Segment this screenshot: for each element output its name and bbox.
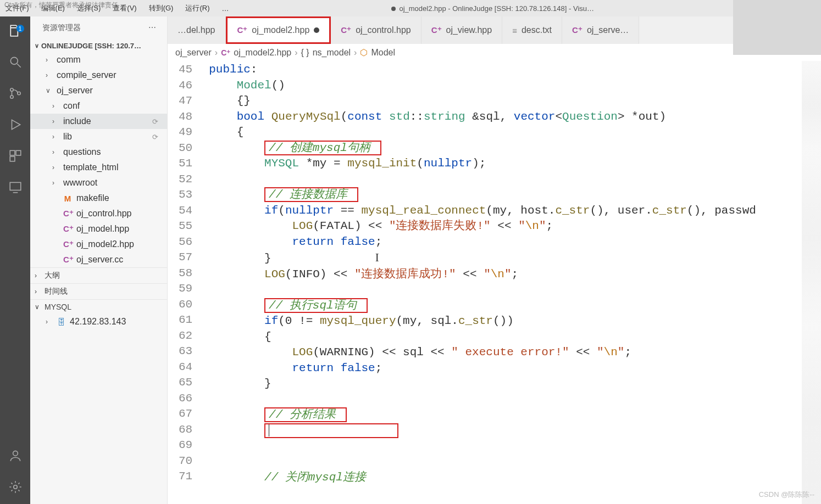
file-oj-model[interactable]: C⁺oj_model.hpp — [30, 221, 167, 237]
editor-area: …del.hpp C⁺oj_model2.hpp C⁺oj_control.hp… — [168, 16, 821, 504]
database-icon: 🗄 — [57, 317, 65, 327]
cpp-icon: C⁺ — [63, 209, 72, 219]
explorer-badge: 1 — [16, 25, 24, 32]
tab-del-hpp[interactable]: …del.hpp — [168, 16, 226, 44]
cpp-icon: C⁺ — [572, 25, 583, 35]
cpp-icon: C⁺ — [63, 255, 72, 265]
window-title: oj_model2.hpp - OnlineJudge [SSH: 120.78… — [241, 4, 745, 13]
project-root[interactable]: ∨ONLINEJUDGE [SSH: 120.7… — [30, 40, 167, 52]
sidebar-header: 资源管理器 ⋯ — [30, 16, 167, 40]
minimap[interactable] — [802, 61, 821, 504]
activity-bar: 1 — [0, 16, 30, 504]
folder-comm[interactable]: ›comm — [30, 52, 167, 68]
cpp-icon: C⁺ — [431, 25, 442, 35]
cpp-icon: C⁺ — [63, 224, 72, 234]
extensions-icon[interactable] — [7, 147, 24, 165]
source-control-icon[interactable] — [7, 85, 24, 102]
sidebar: 资源管理器 ⋯ ∨ONLINEJUDGE [SSH: 120.7… ›comm … — [30, 16, 168, 504]
breadcrumbs[interactable]: oj_server› C⁺oj_model2.hpp› { }ns_model›… — [168, 44, 821, 61]
section-mysql[interactable]: ∨MYSQL — [30, 299, 167, 314]
dirty-indicator-icon — [314, 27, 319, 33]
file-oj-server-cc[interactable]: C⁺oj_server.cc — [30, 252, 167, 267]
settings-gear-icon[interactable] — [7, 478, 24, 496]
tab-oj-model2[interactable]: C⁺oj_model2.hpp — [226, 16, 331, 44]
tab-desc-txt[interactable]: ≡desc.txt — [502, 16, 562, 44]
folder-lib[interactable]: ›lib⟳ — [30, 129, 167, 144]
watermark-top: Ctalk所有，情节严重者将承担法律责任 — [4, 1, 118, 10]
svg-rect-5 — [16, 150, 21, 155]
svg-rect-7 — [10, 182, 21, 190]
svg-rect-4 — [10, 150, 15, 155]
line-numbers: 4546474849505152535455565758596061626364… — [168, 61, 209, 504]
folder-include[interactable]: ›include⟳ — [30, 114, 167, 129]
folder-template-html[interactable]: ›template_html — [30, 160, 167, 175]
watermark-bottom: CSDN @陈陈陈-- — [759, 490, 814, 500]
namespace-icon: { } — [301, 48, 309, 58]
run-debug-icon[interactable] — [7, 116, 24, 133]
makefile-icon: M — [63, 194, 72, 203]
accounts-icon[interactable] — [7, 447, 24, 464]
section-timeline[interactable]: ›时间线 — [30, 283, 167, 299]
svg-point-1 — [10, 88, 13, 91]
cpp-icon: C⁺ — [341, 25, 351, 35]
menu-more[interactable]: … — [221, 4, 229, 13]
search-icon[interactable] — [7, 53, 24, 71]
file-oj-control[interactable]: C⁺oj_control.hpp — [30, 206, 167, 221]
tab-oj-view[interactable]: C⁺oj_view.hpp — [421, 16, 502, 44]
folder-conf[interactable]: ›conf — [30, 98, 167, 114]
file-makefile[interactable]: Mmakefile — [30, 191, 167, 206]
cpp-icon: C⁺ — [221, 48, 230, 57]
svg-point-9 — [13, 485, 17, 489]
section-outline[interactable]: ›大纲 — [30, 267, 167, 283]
folder-questions[interactable]: ›questions — [30, 144, 167, 160]
menu-go[interactable]: 转到(G) — [149, 3, 174, 13]
video-overlay — [733, 0, 821, 55]
file-tree: ›comm ›compile_server ∨oj_server ›conf ›… — [30, 52, 167, 267]
folder-oj-server[interactable]: ∨oj_server — [30, 83, 167, 98]
code-content[interactable]: public: Model() {} bool QueryMySql(const… — [209, 61, 756, 504]
file-oj-model2[interactable]: C⁺oj_model2.hpp — [30, 237, 167, 252]
sidebar-more-icon[interactable]: ⋯ — [148, 23, 156, 33]
svg-point-2 — [10, 96, 13, 98]
svg-rect-6 — [10, 156, 15, 161]
code-editor[interactable]: 4546474849505152535455565758596061626364… — [168, 61, 821, 504]
titlebar: 文件(F) 编辑(E) 选择(S) 查看(V) 转到(G) 运行(R) … oj… — [0, 0, 821, 16]
cpp-icon: C⁺ — [63, 239, 72, 249]
tab-oj-control[interactable]: C⁺oj_control.hpp — [331, 16, 421, 44]
remote-explorer-icon[interactable] — [7, 178, 24, 196]
explorer-icon[interactable]: 1 — [7, 22, 24, 40]
mysql-connection[interactable]: ›🗄42.192.83.143 — [30, 314, 167, 329]
menu-run[interactable]: 运行(R) — [185, 3, 209, 13]
tab-oj-serve[interactable]: C⁺oj_serve… — [562, 16, 639, 44]
folder-compile-server[interactable]: ›compile_server — [30, 68, 167, 83]
folder-wwwroot[interactable]: ›wwwroot — [30, 175, 167, 191]
cpp-icon: C⁺ — [237, 25, 248, 35]
svg-point-0 — [10, 57, 18, 64]
editor-tabs: …del.hpp C⁺oj_model2.hpp C⁺oj_control.hp… — [168, 16, 821, 44]
text-icon: ≡ — [512, 26, 517, 35]
svg-point-8 — [13, 451, 18, 456]
class-icon: ⬡ — [360, 47, 368, 58]
